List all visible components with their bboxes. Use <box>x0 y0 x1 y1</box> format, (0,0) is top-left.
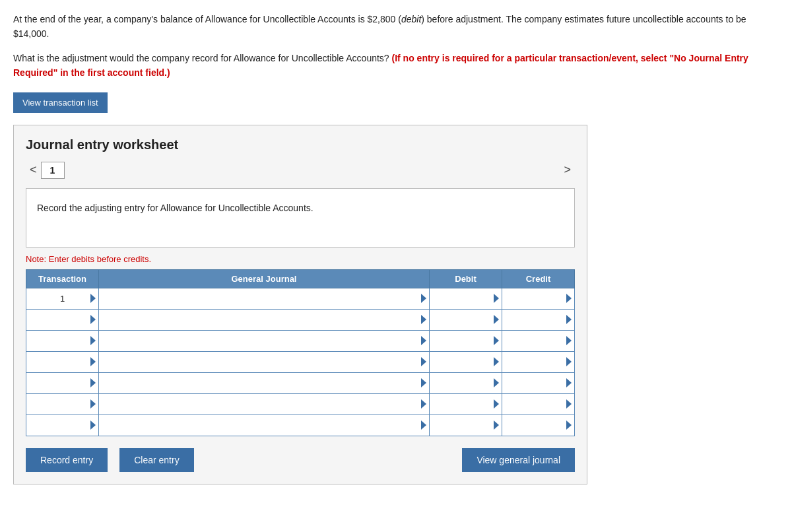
triangle-indicator-journal-1 <box>421 315 426 324</box>
cell-journal-4[interactable] <box>99 372 430 393</box>
triangle-indicator-transaction-4 <box>90 378 96 387</box>
credit-input-4[interactable] <box>502 373 574 393</box>
worksheet-container: Journal entry worksheet < 1 > Record the… <box>13 125 587 484</box>
triangle-indicator-debit-2 <box>494 336 499 345</box>
note-text: Note: Enter debits before credits. <box>26 254 575 264</box>
cell-credit-2[interactable] <box>502 330 575 351</box>
table-header-row: Transaction General Journal Debit Credit <box>26 269 575 288</box>
tab-number[interactable]: 1 <box>41 162 65 179</box>
cell-debit-1[interactable] <box>430 309 502 330</box>
debit-input-6[interactable] <box>430 415 502 436</box>
credit-input-6[interactable] <box>502 415 574 436</box>
cell-credit-6[interactable] <box>502 415 575 436</box>
table-row <box>26 393 575 415</box>
triangle-indicator-credit-2 <box>566 336 572 345</box>
view-transaction-button[interactable]: View transaction list <box>13 92 108 113</box>
journal-input-5[interactable] <box>99 394 429 415</box>
cell-transaction-5 <box>26 393 99 415</box>
description-box: Record the adjusting entry for Allowance… <box>26 188 575 248</box>
worksheet-title: Journal entry worksheet <box>26 137 575 152</box>
debit-input-0[interactable] <box>430 288 502 309</box>
header-transaction: Transaction <box>26 269 99 288</box>
table-row <box>26 309 575 330</box>
cell-credit-1[interactable] <box>502 309 575 330</box>
credit-input-1[interactable] <box>502 310 574 330</box>
cell-debit-4[interactable] <box>430 372 502 393</box>
triangle-indicator-debit-4 <box>494 378 499 387</box>
table-row <box>26 351 575 372</box>
journal-table: Transaction General Journal Debit Credit… <box>26 269 575 436</box>
journal-input-6[interactable] <box>99 415 429 436</box>
cell-journal-3[interactable] <box>99 351 430 372</box>
debit-input-2[interactable] <box>430 331 502 351</box>
cell-journal-2[interactable] <box>99 330 430 351</box>
cell-transaction-1 <box>26 309 99 330</box>
cell-debit-3[interactable] <box>430 351 502 372</box>
header-credit: Credit <box>502 269 575 288</box>
triangle-indicator-transaction-0 <box>90 294 96 303</box>
debit-input-5[interactable] <box>430 394 502 415</box>
clear-entry-button[interactable]: Clear entry <box>119 448 193 472</box>
view-general-journal-button[interactable]: View general journal <box>462 448 575 472</box>
cell-debit-2[interactable] <box>430 330 502 351</box>
description-text: Record the adjusting entry for Allowance… <box>37 203 314 213</box>
cell-transaction-6 <box>26 415 99 436</box>
cell-debit-6[interactable] <box>430 415 502 436</box>
triangle-indicator-journal-4 <box>421 378 426 387</box>
credit-input-5[interactable] <box>502 394 574 415</box>
journal-input-3[interactable] <box>99 352 429 372</box>
buttons-row: Record entry Clear entry View general jo… <box>26 448 575 472</box>
debit-italic: debit <box>401 14 421 24</box>
triangle-indicator-debit-1 <box>494 315 499 324</box>
debit-input-4[interactable] <box>430 373 502 393</box>
triangle-indicator-journal-2 <box>421 336 426 345</box>
credit-input-0[interactable] <box>502 288 574 309</box>
next-tab-button[interactable]: > <box>560 163 575 177</box>
cell-journal-5[interactable] <box>99 393 430 415</box>
triangle-indicator-debit-5 <box>494 399 499 409</box>
cell-credit-5[interactable] <box>502 393 575 415</box>
triangle-indicator-transaction-5 <box>90 399 96 409</box>
triangle-indicator-journal-5 <box>421 399 426 409</box>
record-entry-button[interactable]: Record entry <box>26 448 108 472</box>
cell-journal-0[interactable] <box>99 288 430 309</box>
triangle-indicator-journal-3 <box>421 357 426 366</box>
cell-debit-0[interactable] <box>430 288 502 309</box>
table-row: 1 <box>26 288 575 309</box>
question-paragraph: What is the adjustment would the company… <box>13 51 779 81</box>
table-row <box>26 415 575 436</box>
debit-input-1[interactable] <box>430 310 502 330</box>
triangle-indicator-credit-5 <box>566 399 572 409</box>
table-row <box>26 330 575 351</box>
cell-journal-6[interactable] <box>99 415 430 436</box>
triangle-indicator-credit-3 <box>566 357 572 366</box>
journal-input-0[interactable] <box>99 288 429 309</box>
triangle-indicator-credit-1 <box>566 315 572 324</box>
cell-debit-5[interactable] <box>430 393 502 415</box>
cell-credit-4[interactable] <box>502 372 575 393</box>
prev-tab-button[interactable]: < <box>26 163 41 177</box>
credit-input-3[interactable] <box>502 352 574 372</box>
triangle-indicator-debit-0 <box>494 294 499 303</box>
cell-transaction-4 <box>26 372 99 393</box>
credit-input-2[interactable] <box>502 331 574 351</box>
journal-input-2[interactable] <box>99 331 429 351</box>
triangle-indicator-credit-6 <box>566 420 572 430</box>
journal-input-1[interactable] <box>99 310 429 330</box>
cell-journal-1[interactable] <box>99 309 430 330</box>
triangle-indicator-debit-3 <box>494 357 499 366</box>
cell-credit-3[interactable] <box>502 351 575 372</box>
debit-input-3[interactable] <box>430 352 502 372</box>
journal-input-4[interactable] <box>99 373 429 393</box>
triangle-indicator-transaction-1 <box>90 315 96 324</box>
intro-paragraph-1: At the end of the year, a company's bala… <box>13 12 779 42</box>
triangle-indicator-journal-0 <box>421 294 426 303</box>
triangle-indicator-transaction-6 <box>90 420 96 430</box>
cell-credit-0[interactable] <box>502 288 575 309</box>
instruction-red: (If no entry is required for a particula… <box>13 53 748 78</box>
header-general-journal: General Journal <box>99 269 430 288</box>
triangle-indicator-transaction-2 <box>90 336 96 345</box>
triangle-indicator-debit-6 <box>494 420 499 430</box>
cell-transaction-2 <box>26 330 99 351</box>
triangle-indicator-transaction-3 <box>90 357 96 366</box>
